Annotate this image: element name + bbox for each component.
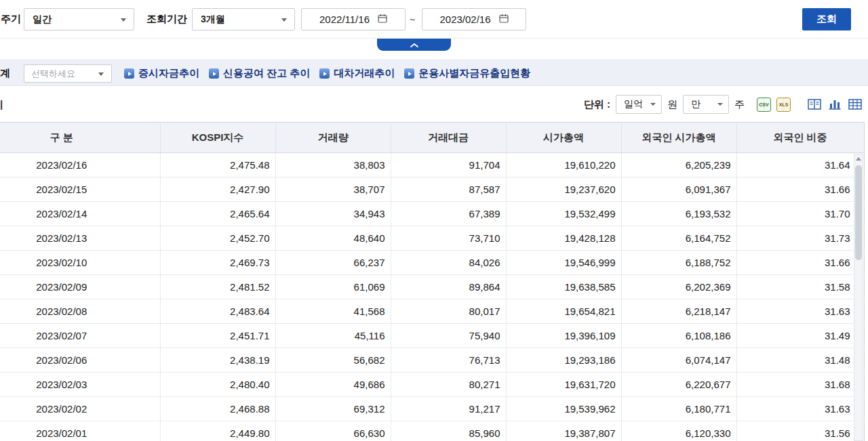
cell-date: 2023/02/07 [0,324,160,348]
unit-label: 단위 : [584,98,610,111]
cell-value: 75,940 [391,324,506,348]
period-select[interactable]: 일간 [24,8,134,30]
range-select[interactable]: 3개월 [192,8,295,30]
cell-value: 66,630 [275,421,391,441]
cell-value: 80,017 [391,299,506,324]
related-select[interactable]: 선택하세요 [24,64,112,83]
col-header-foreign-marketcap: 외국인 시가총액 [621,123,736,153]
xls-file-icon[interactable]: XLS [776,98,791,112]
link-label: 신용공여 잔고 추이 [223,67,310,80]
volume-unit-select[interactable]: 만 [683,95,729,114]
cell-value: 2,438.19 [160,348,275,373]
date-range-tilde: ~ [410,0,415,39]
cell-value: 73,710 [391,226,506,251]
period-label: 주기 [1,0,21,39]
search-button[interactable]: 조회 [802,8,851,30]
csv-file-icon[interactable]: CSV [757,98,771,112]
col-header-volume: 거래량 [275,123,391,153]
cell-value: 31.73 [736,226,864,251]
cell-date: 2023/02/10 [0,251,160,275]
cell-value: 19,638,585 [506,275,621,299]
date-to-input[interactable]: 2023/02/16 [422,8,526,30]
bar-chart-icon[interactable] [827,97,842,112]
cell-value: 31.66 [736,177,864,202]
cell-value: 19,539,962 [506,397,621,421]
cell-date: 2023/02/06 [0,348,160,373]
collapse-panel-tab[interactable] [377,39,451,51]
cell-value: 31.70 [736,202,864,226]
cell-value: 66,237 [275,251,391,275]
cell-date: 2023/02/03 [0,373,160,397]
cell-value: 84,026 [391,251,506,275]
cell-value: 34,943 [275,202,391,226]
filter-bar: 주기 일간 조회기간 3개월 2022/11/16 ~ 2023/02/16 조… [0,0,868,39]
col-header-kospi: KOSPI지수 [160,123,275,153]
cell-value: 19,428,128 [506,226,621,251]
related-label: 계 [0,60,10,87]
cell-value: 2,469.73 [160,251,275,275]
cell-date: 2023/02/08 [0,299,160,324]
cell-value: 6,220,677 [621,373,736,397]
link-stock-market-funds[interactable]: 증시자금추이 [124,67,199,80]
play-icon [209,68,219,79]
cut-off-title-fragment: | [0,98,3,110]
period-select-value: 일간 [33,14,52,26]
cell-value: 2,468.88 [160,397,275,421]
table-row: 2023/02/152,427.9038,70787,58719,237,620… [0,177,864,202]
cell-value: 48,640 [275,226,391,251]
col-header-foreign-ratio: 외국인 비중 [736,123,864,153]
cell-value: 6,091,367 [621,177,736,202]
cell-value: 31.63 [736,397,864,421]
cell-value: 91,217 [391,397,506,421]
cell-value: 19,631,720 [506,373,621,397]
link-label: 대차거래추이 [334,67,395,80]
cell-value: 67,389 [391,202,506,226]
vertical-scrollbar[interactable] [854,154,863,441]
calendar-icon[interactable] [499,14,509,25]
cell-date: 2023/02/09 [0,275,160,299]
col-header-date: 구 분 [0,123,160,153]
scrollbar-thumb[interactable] [855,165,862,260]
link-credit-balance[interactable]: 신용공여 잔고 추이 [209,67,310,80]
scroll-up-arrow-icon[interactable] [854,154,863,163]
cell-value: 6,108,186 [621,324,736,348]
cell-date: 2023/02/15 [0,177,160,202]
table-row: 2023/02/102,469.7366,23784,02619,546,999… [0,251,864,275]
cell-value: 6,120,330 [621,421,736,441]
cell-value: 2,449.80 [160,421,275,441]
chevron-down-icon [281,18,287,22]
cell-value: 2,452.70 [160,226,275,251]
amount-unit-select[interactable]: 일억 [616,95,662,114]
cell-value: 6,188,752 [621,251,736,275]
link-fund-flows-by-manager[interactable]: 운용사별자금유출입현황 [404,67,530,80]
cell-value: 19,387,807 [506,421,621,441]
cell-value: 19,654,821 [506,299,621,324]
cell-value: 6,205,239 [621,153,736,177]
table-view-icon[interactable] [848,97,863,112]
calendar-icon[interactable] [378,14,387,25]
chevron-down-icon [650,103,656,106]
link-label: 운용사별자금유출입현황 [418,67,530,80]
cell-value: 45,116 [275,324,391,348]
table-row: 2023/02/082,483.6441,56880,01719,654,821… [0,299,864,324]
split-view-icon[interactable] [807,97,822,112]
volume-unit-suffix: 주 [734,98,745,111]
cell-value: 87,587 [391,177,506,202]
chevron-up-icon [410,39,419,51]
cell-date: 2023/02/14 [0,202,160,226]
link-securities-lending[interactable]: 대차거래추이 [319,67,395,80]
cell-value: 2,427.90 [160,177,275,202]
table-body: 2023/02/162,475.4838,80391,70419,610,220… [0,153,864,441]
date-from-input[interactable]: 2022/11/16 [301,8,406,30]
data-table-wrap: 구 분 KOSPI지수 거래량 거래대금 시가총액 외국인 시가총액 외국인 비… [0,122,864,441]
cell-value: 76,713 [391,348,506,373]
kospi-data-table: 구 분 KOSPI지수 거래량 거래대금 시가총액 외국인 시가총액 외국인 비… [0,122,865,441]
related-links: 증시자금추이 신용공여 잔고 추이 대차거래추이 운용사별자금유출입현황 [124,60,530,87]
play-icon [124,68,134,79]
date-from-value: 2022/11/16 [319,14,370,25]
cell-value: 31.49 [736,324,864,348]
cell-value: 31.56 [736,421,864,441]
cell-date: 2023/02/16 [0,153,160,177]
cell-value: 91,704 [391,153,506,177]
cell-value: 61,069 [275,275,391,299]
